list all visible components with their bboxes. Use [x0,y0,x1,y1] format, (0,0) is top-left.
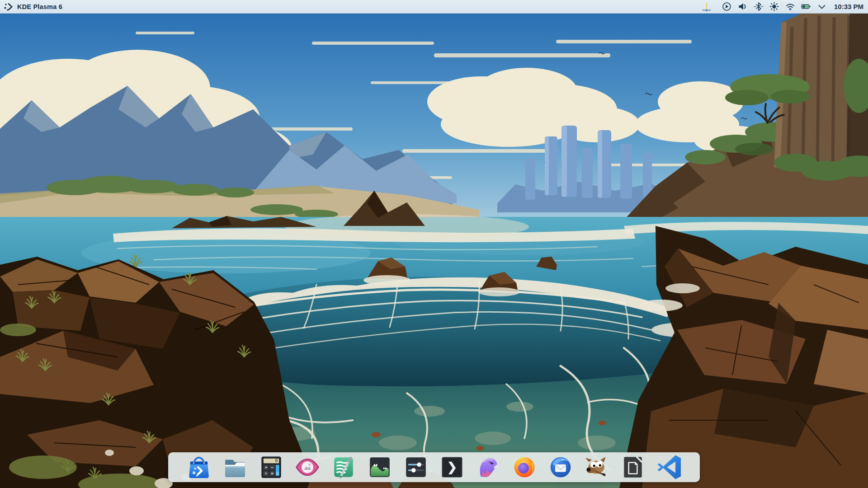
dock-item-thunderbird[interactable] [548,455,573,480]
dock-panel: 0 + − ÷ × = [168,452,700,482]
dock-item-system-monitor[interactable] [367,455,392,480]
kate-text-editor-icon [331,455,356,479]
kcalc-calculator-icon: 0 + − ÷ × = [259,455,283,479]
svg-text:×: × [271,471,274,476]
clock[interactable]: 10:33 PM [834,3,863,10]
dock-item-libreoffice[interactable] [620,455,646,480]
top-panel: KDE Plasma 6 [0,0,868,14]
volume-icon[interactable] [738,1,748,12]
dolphin-file-manager-icon [223,455,247,479]
thunderbird-icon [548,455,573,479]
dock-item-konsole[interactable]: ❯ [439,455,465,480]
dock-item-dolphin[interactable] [222,455,248,480]
kde-plasma-logo-icon[interactable] [4,1,14,12]
system-load-graph[interactable] [702,1,712,12]
dock-item-firefox[interactable] [512,455,537,480]
falkon-browser-icon [476,455,500,479]
gwenview-image-viewer-icon [295,455,320,479]
dock-item-gimp[interactable] [584,455,609,480]
dock-item-discover[interactable] [186,455,212,480]
konsole-terminal-icon: ❯ [440,455,464,479]
dock-item-system-settings[interactable] [403,455,429,480]
system-monitor-icon [368,455,392,479]
svg-text:−: − [271,465,274,470]
expand-chevron-icon[interactable] [817,1,827,12]
desktop-wallpaper [0,14,868,488]
dock-item-falkon[interactable] [476,455,501,480]
panel-title: KDE Plasma 6 [17,3,62,10]
dock-item-kate[interactable] [331,455,356,480]
media-player-icon[interactable] [722,1,732,12]
vscode-icon [657,455,681,479]
dock-item-gwenview[interactable] [295,455,320,480]
libreoffice-icon [621,455,645,479]
svg-text:+: + [265,465,268,470]
battery-icon[interactable] [801,1,811,12]
gimp-icon [585,455,609,479]
svg-text:÷: ÷ [265,471,268,476]
system-settings-icon [404,455,428,479]
svg-text:0: 0 [275,458,278,463]
discover-icon [187,455,211,479]
brightness-icon[interactable] [769,1,779,12]
svg-text:❯: ❯ [447,460,458,474]
wifi-icon[interactable] [785,1,795,12]
firefox-icon [512,455,537,479]
dock-item-kcalc[interactable]: 0 + − ÷ × = [259,455,284,480]
bluetooth-icon[interactable] [754,1,764,12]
svg-text:=: = [276,471,279,476]
dock-item-vscode[interactable] [656,455,682,480]
